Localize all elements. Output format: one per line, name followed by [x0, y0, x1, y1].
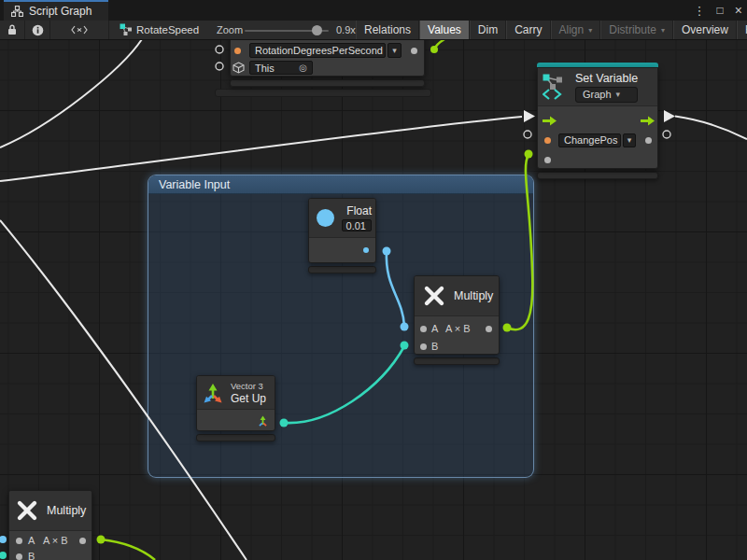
port-out-label: A × B	[43, 535, 68, 546]
float-out-port[interactable]	[363, 247, 369, 253]
node-title: Float	[346, 204, 372, 217]
target-text: This	[255, 63, 275, 74]
float-value-text: 0.01	[346, 220, 366, 231]
zoom-label: Zoom	[217, 21, 243, 39]
flow-in-arrow-icon[interactable]	[543, 116, 557, 126]
port-a-label: A	[28, 535, 35, 546]
node-footer	[196, 434, 275, 441]
port-b-label: B	[28, 551, 35, 560]
chevron-down-icon: ▾	[392, 46, 397, 55]
input-a-port[interactable]	[420, 326, 427, 332]
lock-icon	[7, 24, 17, 35]
input-b-port[interactable]	[16, 553, 22, 560]
node-title: Set Variable	[575, 72, 638, 85]
float-value-field[interactable]: 0.01	[342, 219, 372, 231]
relations-button[interactable]: Relations	[356, 21, 419, 39]
node-footer	[308, 266, 376, 273]
node-set-variable[interactable]: Set Variable Graph ▾ ChangePos ▾	[537, 63, 658, 179]
graph-name-label[interactable]: RotateSpeed	[136, 21, 199, 39]
multiply-icon	[422, 284, 446, 308]
button-label: Align	[559, 23, 585, 36]
variable-name-dropdown[interactable]: ▾	[388, 43, 402, 58]
edit-graph-button[interactable]	[50, 21, 109, 39]
output-port[interactable]	[79, 538, 86, 544]
node-get-variable[interactable]: RotationDegreesPerSecond ▾ This ◎	[230, 34, 425, 87]
window-controls: ⋮ □ ×	[694, 0, 742, 21]
code-icon	[71, 25, 88, 35]
vector3-out-port-icon[interactable]	[257, 415, 269, 427]
node-multiply-center[interactable]: Multiply A A × B B	[414, 275, 500, 365]
info-button[interactable]	[25, 21, 50, 39]
node-get-up[interactable]: Vector 3 Get Up	[196, 375, 275, 441]
node-footer	[537, 172, 658, 179]
info-icon	[32, 24, 44, 36]
variable-name-field[interactable]: RotationDegreesPerSecond	[249, 43, 386, 58]
node-title: Get Up	[231, 392, 266, 405]
object-picker-icon[interactable]: ◎	[299, 63, 307, 73]
values-button[interactable]: Values	[419, 21, 470, 39]
button-label: Dim	[478, 23, 498, 36]
input-b-port[interactable]	[420, 343, 427, 350]
close-icon[interactable]: ×	[735, 3, 742, 18]
tab-title: Script Graph	[29, 5, 92, 18]
lock-button[interactable]	[0, 21, 25, 39]
distribute-button[interactable]: Distribute▾	[600, 21, 673, 39]
variable-name-dropdown[interactable]: ▾	[623, 133, 636, 147]
port-b-label: B	[431, 341, 438, 352]
graph-toolbar: RotateSpeed Zoom 0.9x Relations Values D…	[0, 21, 747, 40]
value-out-port[interactable]	[645, 137, 652, 144]
button-label: Distribute	[609, 23, 656, 36]
node-multiply-bottom[interactable]: Multiply A A × B B	[8, 490, 92, 560]
tab-bar: Script Graph ⋮ □ ×	[0, 0, 747, 21]
zoom-slider-handle[interactable]	[312, 25, 322, 35]
graph-icon	[11, 6, 23, 17]
overview-button[interactable]: Overview	[673, 21, 737, 39]
full-screen-button[interactable]: Full Screen	[737, 21, 747, 39]
button-label: Carry	[514, 23, 542, 36]
script-graph-asset-icon	[120, 23, 133, 36]
multiply-icon	[15, 498, 39, 523]
node-title: Multiply	[47, 504, 86, 517]
button-label: Relations	[364, 23, 411, 36]
node-type-label: Vector 3	[231, 381, 266, 391]
maximize-icon[interactable]: □	[717, 4, 724, 17]
align-button[interactable]: Align▾	[551, 21, 601, 39]
zoom-label-text: Zoom	[217, 24, 243, 35]
script-graph-window: Variable Input RotationDegreesPerSecond …	[0, 0, 747, 560]
port-out-label: A × B	[445, 323, 471, 334]
cube-icon	[233, 62, 245, 74]
vector3-axis-icon	[203, 383, 223, 403]
set-variable-icon	[543, 74, 569, 100]
dim-button[interactable]: Dim	[470, 21, 506, 39]
float-type-icon	[317, 209, 334, 227]
tab-script-graph[interactable]: Script Graph	[4, 0, 108, 21]
variable-scope-dropdown[interactable]: Graph ▾	[575, 87, 638, 103]
flow-out-arrow-icon[interactable]	[641, 116, 655, 126]
variable-kind-port[interactable]	[234, 48, 241, 54]
node-footer	[230, 79, 425, 87]
toolbar-buttons: Relations Values Dim Carry Align▾ Distri…	[356, 21, 747, 39]
group-header[interactable]: Variable Input	[148, 175, 533, 194]
button-label: Values	[428, 23, 461, 36]
set-variable-name-field[interactable]: ChangePos	[558, 133, 621, 147]
input-a-port[interactable]	[16, 538, 22, 544]
node-title: Multiply	[454, 289, 493, 302]
variable-kind-port[interactable]	[544, 137, 551, 144]
occluded-node-footer	[215, 89, 431, 97]
zoom-value: 0.9x	[336, 21, 356, 39]
zoom-value-text: 0.9x	[336, 24, 356, 35]
variable-name-text: RotationDegreesPerSecond	[255, 45, 383, 56]
carry-button[interactable]: Carry	[506, 21, 550, 39]
variable-name-text: ChangePos	[564, 134, 618, 146]
group-title: Variable Input	[159, 178, 230, 191]
value-out-port[interactable]	[411, 48, 417, 54]
output-port[interactable]	[486, 326, 492, 332]
target-field[interactable]: This ◎	[249, 61, 313, 75]
menu-icon[interactable]: ⋮	[694, 4, 706, 18]
chevron-down-icon: ▾	[616, 89, 621, 100]
chevron-down-icon: ▾	[588, 26, 592, 35]
node-footer	[414, 357, 500, 365]
node-float-literal[interactable]: Float 0.01	[308, 198, 376, 273]
value-in-port[interactable]	[544, 157, 551, 163]
chevron-down-icon: ▾	[661, 26, 665, 35]
